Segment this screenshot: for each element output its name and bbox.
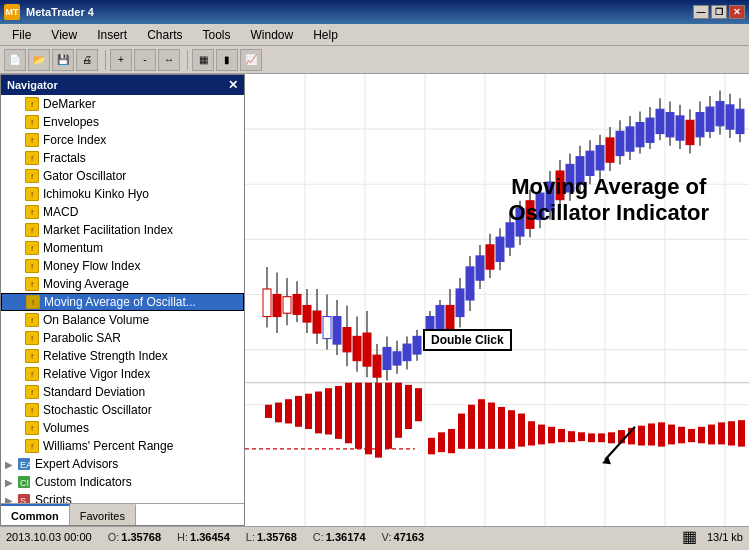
nav-item-on-balance-volume[interactable]: f On Balance Volume [1, 311, 244, 329]
navigator-content[interactable]: f DeMarker f Envelopes f Force Index f F… [1, 95, 244, 503]
svg-rect-119 [265, 405, 272, 418]
svg-rect-48 [383, 347, 391, 369]
status-high: H: 1.36454 [177, 531, 230, 543]
svg-rect-28 [283, 297, 291, 314]
nav-item-moving-average[interactable]: f Moving Average [1, 275, 244, 293]
nav-section-scripts[interactable]: ▶ S Scripts [1, 491, 244, 503]
status-info: ▦ 13/1 kb [682, 527, 743, 546]
nav-item-force-index[interactable]: f Force Index [1, 131, 244, 149]
indicator-icon: f [25, 403, 39, 417]
svg-rect-122 [295, 396, 302, 427]
nav-item-gator-oscillator[interactable]: f Gator Oscillator [1, 167, 244, 185]
app-icon: MT [4, 4, 20, 20]
menu-view[interactable]: View [43, 26, 85, 44]
svg-rect-150 [578, 432, 585, 441]
svg-rect-116 [726, 105, 734, 129]
nav-item-macd[interactable]: f MACD [1, 203, 244, 221]
svg-rect-54 [413, 336, 421, 354]
svg-rect-110 [696, 113, 704, 137]
svg-rect-152 [598, 433, 605, 442]
indicator-icon: f [25, 385, 39, 399]
svg-rect-94 [616, 131, 624, 155]
minimize-button[interactable]: — [693, 5, 709, 19]
title-bar-controls[interactable]: — ❐ ✕ [693, 5, 745, 19]
nav-item-fractals[interactable]: f Fractals [1, 149, 244, 167]
nav-item-williams[interactable]: f Williams' Percent Range [1, 437, 244, 455]
svg-rect-88 [586, 151, 594, 175]
svg-rect-26 [273, 294, 281, 316]
nav-section-custom-indicators[interactable]: ▶ CI Custom Indicators [1, 473, 244, 491]
svg-rect-146 [538, 425, 545, 445]
indicator-icon: f [25, 241, 39, 255]
svg-rect-135 [428, 438, 435, 455]
menu-file[interactable]: File [4, 26, 39, 44]
nav-item-stochastic[interactable]: f Stochastic Oscillator [1, 401, 244, 419]
tab-favorites[interactable]: Favorites [70, 504, 136, 525]
navigator-close-button[interactable]: ✕ [228, 78, 238, 92]
indicator-icon: f [25, 133, 39, 147]
close-button[interactable]: ✕ [729, 5, 745, 19]
nav-item-demarker[interactable]: f DeMarker [1, 95, 244, 113]
svg-rect-34 [313, 311, 321, 333]
svg-rect-92 [606, 138, 614, 162]
toolbar-open[interactable]: 📂 [28, 49, 50, 71]
nav-item-parabolic-sar[interactable]: f Parabolic SAR [1, 329, 244, 347]
svg-rect-120 [275, 403, 282, 423]
svg-rect-112 [706, 107, 714, 131]
status-open: O: 1.35768 [108, 531, 161, 543]
toolbar-new[interactable]: 📄 [4, 49, 26, 71]
menu-help[interactable]: Help [305, 26, 346, 44]
nav-item-maoscillator[interactable]: f Moving Average of Oscillat... [1, 293, 244, 311]
toolbar-candle-chart[interactable]: ▮ [216, 49, 238, 71]
svg-rect-118 [736, 109, 744, 133]
menu-window[interactable]: Window [243, 26, 302, 44]
svg-rect-136 [438, 432, 445, 452]
nav-item-rvi[interactable]: f Relative Vigor Index [1, 365, 244, 383]
status-bar: 2013.10.03 00:00 O: 1.35768 H: 1.36454 L… [0, 526, 749, 546]
nav-item-envelopes[interactable]: f Envelopes [1, 113, 244, 131]
toolbar-line-chart[interactable]: 📈 [240, 49, 262, 71]
tab-common[interactable]: Common [1, 504, 70, 525]
nav-item-money-flow[interactable]: f Money Flow Index [1, 257, 244, 275]
restore-button[interactable]: ❐ [711, 5, 727, 19]
indicator-icon: f [25, 97, 39, 111]
menu-tools[interactable]: Tools [195, 26, 239, 44]
nav-item-rsi[interactable]: f Relative Strength Index [1, 347, 244, 365]
nav-item-ichimoku[interactable]: f Ichimoku Kinko Hyo [1, 185, 244, 203]
nav-item-momentum[interactable]: f Momentum [1, 239, 244, 257]
toolbar-zoom-in[interactable]: + [110, 49, 132, 71]
indicator-icon: f [25, 115, 39, 129]
svg-rect-166 [738, 420, 745, 446]
svg-rect-46 [373, 355, 381, 377]
expand-icon: ▶ [5, 495, 13, 504]
nav-item-std-dev[interactable]: f Standard Deviation [1, 383, 244, 401]
toolbar-zoom-out[interactable]: - [134, 49, 156, 71]
toolbar-save[interactable]: 💾 [52, 49, 74, 71]
chart-svg [245, 74, 749, 526]
nav-section-expert-advisors[interactable]: ▶ EA Expert Advisors [1, 455, 244, 473]
svg-rect-114 [716, 102, 724, 126]
svg-rect-38 [333, 317, 341, 345]
svg-text:S: S [20, 496, 26, 503]
toolbar-print[interactable]: 🖨 [76, 49, 98, 71]
svg-rect-144 [518, 414, 525, 447]
toolbar-bar-chart[interactable]: ▦ [192, 49, 214, 71]
svg-rect-6 [245, 74, 749, 526]
expand-icon: ▶ [5, 477, 13, 488]
menu-insert[interactable]: Insert [89, 26, 135, 44]
indicator-icon: f [25, 223, 39, 237]
svg-rect-137 [448, 429, 455, 453]
toolbar: 📄 📂 💾 🖨 + - ↔ ▦ ▮ 📈 [0, 46, 749, 74]
nav-item-market-facilitation[interactable]: f Market Facilitation Index [1, 221, 244, 239]
main-area: Navigator ✕ f DeMarker f Envelopes f For… [0, 74, 749, 526]
indicator-icon: f [25, 421, 39, 435]
chart-annotation: Moving Average of Oscillator Indicator [509, 174, 710, 227]
svg-rect-140 [478, 399, 485, 449]
chart-area[interactable]: Double Click Moving Average of Oscillato… [245, 74, 749, 526]
indicator-icon: f [25, 277, 39, 291]
menu-charts[interactable]: Charts [139, 26, 190, 44]
svg-rect-64 [466, 267, 474, 300]
toolbar-chart-scroll[interactable]: ↔ [158, 49, 180, 71]
nav-item-volumes[interactable]: f Volumes [1, 419, 244, 437]
separator2 [184, 50, 188, 70]
